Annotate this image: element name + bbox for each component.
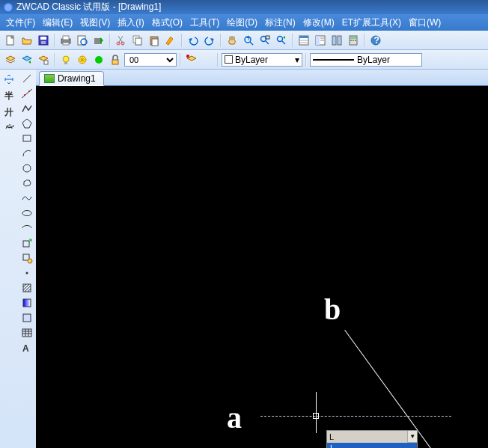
crosshair-horizontal — [260, 416, 451, 417]
zoom-win-icon[interactable] — [257, 33, 272, 48]
gradient-icon[interactable] — [21, 297, 33, 309]
hatch-icon[interactable] — [21, 282, 33, 294]
separator — [181, 34, 183, 47]
cjk-icon[interactable]: 廾 — [2, 105, 16, 119]
menu-modify[interactable]: 修改(M) — [303, 16, 335, 29]
freeze-icon[interactable] — [75, 52, 90, 67]
autocomplete-list: L LA LAS LASTANGLE LASTCMDANG — [327, 443, 417, 448]
zoom-prev-icon[interactable] — [274, 33, 289, 48]
ellipse-arc-icon[interactable] — [21, 222, 33, 234]
new-icon[interactable] — [3, 33, 18, 48]
zoom-rt-icon[interactable]: + — [241, 33, 256, 48]
dim-linear-icon[interactable] — [2, 73, 16, 86]
make-current-icon[interactable] — [184, 52, 199, 67]
open-icon[interactable] — [19, 33, 34, 48]
pan-icon[interactable] — [225, 33, 240, 48]
autocomplete-item[interactable]: L — [327, 443, 417, 448]
point-icon[interactable] — [21, 267, 33, 279]
save-icon[interactable] — [36, 33, 51, 48]
publish-icon[interactable] — [91, 33, 106, 48]
circle-icon[interactable] — [21, 162, 33, 174]
svg-rect-5 — [63, 36, 69, 40]
svg-text:廾: 廾 — [4, 107, 13, 117]
spline-icon[interactable] — [21, 192, 33, 204]
print-icon[interactable] — [58, 33, 73, 48]
separator — [364, 34, 365, 47]
copy-icon[interactable] — [130, 33, 145, 48]
color-green-icon[interactable] — [91, 52, 106, 67]
bulb-on-icon[interactable] — [58, 52, 73, 67]
lock-icon[interactable] — [108, 52, 123, 67]
match-icon[interactable] — [163, 33, 178, 48]
draw-toolbar: A — [18, 70, 36, 448]
mtext-icon[interactable]: A — [21, 342, 33, 354]
help-icon[interactable]: ? — [368, 33, 383, 48]
standard-toolbar: + ? — [0, 31, 488, 50]
separator — [217, 53, 219, 67]
text-icon[interactable]: 半 — [2, 89, 16, 102]
drawing-canvas[interactable]: a b ▼ L LA LAS LASTANGLE LASTCMDANG — [36, 86, 488, 448]
svg-point-52 — [23, 165, 31, 172]
paste-icon[interactable] — [147, 33, 162, 48]
crosshair-pickbox — [313, 413, 319, 419]
document-tab[interactable]: Drawing1 — [39, 71, 104, 86]
region-icon[interactable] — [21, 312, 33, 324]
svg-point-49 — [24, 94, 25, 96]
menu-draw[interactable]: 绘图(D) — [227, 16, 257, 29]
separator — [305, 53, 307, 67]
ellipse-icon[interactable] — [21, 207, 33, 219]
menu-edit[interactable]: 编辑(E) — [43, 16, 73, 29]
document-icon — [44, 74, 55, 83]
undo-icon[interactable] — [186, 33, 201, 48]
revcloud-icon[interactable] — [21, 177, 33, 189]
arc-icon[interactable] — [21, 147, 33, 159]
svg-rect-34 — [353, 40, 354, 41]
layer-manager-icon[interactable] — [3, 52, 18, 67]
menu-insert[interactable]: 插入(I) — [118, 16, 144, 29]
settings-icon[interactable]: ت — [2, 122, 16, 135]
svg-rect-59 — [23, 299, 31, 307]
svg-text:A: A — [22, 343, 29, 354]
polygon-icon[interactable] — [21, 117, 33, 129]
layer-combo[interactable]: 00 — [124, 53, 177, 67]
svg-text:ت: ت — [6, 123, 14, 130]
make-block-icon[interactable] — [21, 252, 33, 264]
menu-dim[interactable]: 标注(N) — [265, 16, 296, 29]
svg-point-57 — [26, 272, 28, 274]
menu-tools[interactable]: 工具(T) — [190, 16, 219, 29]
toolpalettes-icon[interactable] — [329, 33, 344, 48]
separator — [54, 53, 55, 67]
calc-icon[interactable] — [346, 33, 361, 48]
menu-file[interactable]: 文件(F) — [6, 16, 35, 29]
preview-icon[interactable] — [75, 33, 90, 48]
svg-rect-40 — [64, 62, 67, 64]
props-icon[interactable] — [296, 33, 311, 48]
xline-icon[interactable] — [21, 88, 33, 99]
color-combo[interactable]: ByLayer ▾ — [222, 53, 302, 67]
line-swatch-icon — [313, 59, 354, 61]
autocomplete-input[interactable] — [327, 431, 407, 443]
dropdown-arrow-icon[interactable]: ▼ — [407, 431, 417, 442]
designcenter-icon[interactable] — [313, 33, 328, 48]
svg-rect-43 — [112, 60, 118, 64]
pline-icon[interactable] — [21, 102, 33, 114]
menu-window[interactable]: 窗口(W) — [409, 16, 441, 29]
svg-rect-22 — [299, 36, 308, 38]
app-icon — [3, 2, 13, 13]
document-tab-label: Drawing1 — [58, 73, 96, 84]
cut-icon[interactable] — [114, 33, 129, 48]
redo-icon[interactable] — [202, 33, 217, 48]
layer-state-icon[interactable] — [36, 52, 51, 67]
menu-et[interactable]: ET扩展工具(X) — [342, 16, 401, 29]
svg-rect-61 — [22, 329, 31, 337]
menu-format[interactable]: 格式(O) — [152, 16, 183, 29]
svg-rect-15 — [152, 39, 158, 46]
svg-rect-2 — [40, 37, 46, 40]
layer-prev-icon[interactable] — [19, 52, 34, 67]
line-icon[interactable] — [21, 73, 33, 85]
menu-view[interactable]: 视图(V) — [80, 16, 110, 29]
insert-block-icon[interactable] — [21, 237, 33, 249]
rectangle-icon[interactable] — [21, 132, 33, 144]
table-icon[interactable] — [21, 327, 33, 339]
linetype-combo[interactable]: ByLayer — [310, 53, 422, 67]
